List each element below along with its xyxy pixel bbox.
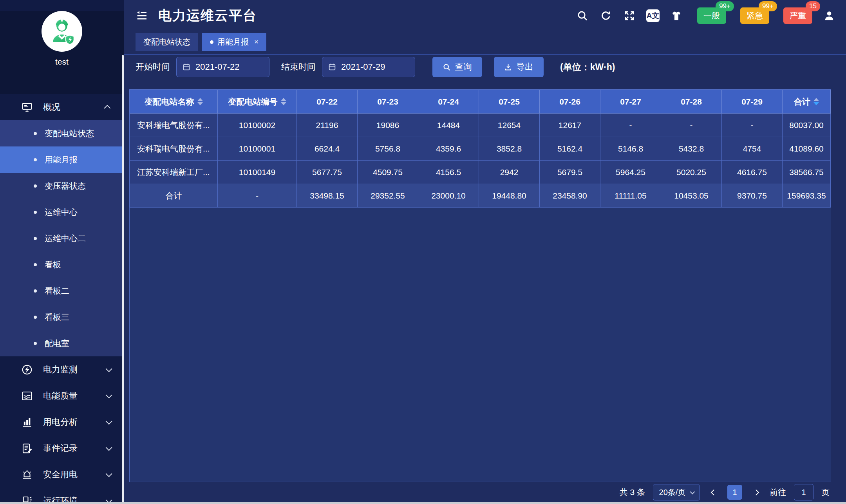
user-icon[interactable] [822, 9, 836, 22]
total-count-label: 共 3 条 [620, 487, 645, 498]
sidebar-item-transformer-status[interactable]: 变压器状态 [0, 173, 124, 199]
cell-d0722: 5677.75 [297, 161, 358, 184]
bullet-icon [34, 289, 37, 293]
sidebar-item-substation-status[interactable]: 变配电站状态 [0, 120, 124, 146]
event-icon [21, 443, 33, 454]
energy-report-table: 变配电站名称变配电站编号07-2207-2307-2407-2507-2607-… [130, 90, 831, 208]
sort-desc-icon[interactable] [813, 102, 819, 105]
tab-energy-monthly-report[interactable]: 用能月报 × [202, 33, 266, 51]
page-size-value: 20条/页 [659, 487, 686, 498]
bullet-icon [34, 132, 37, 135]
fullscreen-icon[interactable] [623, 9, 636, 22]
prev-page-button[interactable] [708, 484, 719, 500]
sidebar-item-label: 变压器状态 [45, 181, 86, 191]
chevron-down-icon [106, 418, 112, 425]
cell-d0726: 12617 [540, 114, 600, 137]
sidebar-item-usage-analysis[interactable]: 用电分析 [0, 409, 124, 435]
cell-d0724: 4359.6 [418, 137, 479, 161]
cell-d0723: 19086 [358, 114, 418, 137]
topbar-actions: A文 一般 99+ 紧急 99+ 严重 15 [576, 7, 836, 24]
goto-page-input[interactable] [794, 484, 813, 500]
sort-carets-icon[interactable] [281, 98, 286, 105]
cell-d0727: 5146.8 [600, 137, 661, 161]
sort-carets-icon[interactable] [197, 98, 203, 105]
column-header-d0728: 07-28 [661, 90, 722, 114]
column-label: 合计 [794, 96, 810, 107]
alert-urgent-button[interactable]: 紧急 99+ [740, 7, 769, 24]
chevron-down-icon [106, 392, 112, 398]
sort-desc-icon[interactable] [281, 102, 286, 105]
sort-asc-icon[interactable] [197, 98, 203, 101]
sort-carets-icon[interactable] [813, 98, 819, 105]
sidebar-item-label: 变配电站状态 [45, 128, 94, 139]
translate-icon[interactable]: A文 [646, 9, 660, 22]
summary-cell-d0726: 23458.90 [540, 184, 600, 208]
cell-d0729: 4754 [722, 137, 783, 161]
sidebar-item-board-2[interactable]: 看板二 [0, 278, 124, 304]
alert-critical-button[interactable]: 严重 15 [783, 7, 812, 24]
cell-d0729: - [722, 114, 783, 137]
calendar-icon [328, 63, 336, 71]
column-label: 07-28 [681, 97, 702, 107]
cell-total: 80037.00 [783, 114, 831, 137]
column-header-d0723: 07-23 [358, 90, 418, 114]
bullet-icon [34, 316, 37, 319]
sidebar-item-energy-monthly-report[interactable]: 用能月报 [0, 146, 124, 173]
export-button[interactable]: 导出 [494, 57, 544, 77]
sidebar-item-operating-env[interactable]: 运行环境 [0, 488, 124, 504]
avatar[interactable] [42, 11, 82, 52]
sidebar-item-board-3[interactable]: 看板三 [0, 304, 124, 330]
sidebar-item-board[interactable]: 看板 [0, 251, 124, 278]
cell-d0726: 5162.4 [540, 137, 600, 161]
sidebar-item-event-records[interactable]: 事件记录 [0, 435, 124, 461]
tab-substation-status[interactable]: 变配电站状态 [136, 33, 198, 51]
table-row[interactable]: 江苏安科瑞新工厂...101001495677.754509.754156.52… [130, 161, 831, 184]
column-header-station-code[interactable]: 变配电站编号 [218, 90, 297, 114]
query-button[interactable]: 查询 [432, 57, 482, 77]
tab-label: 用能月报 [217, 37, 249, 47]
sort-asc-icon[interactable] [813, 98, 819, 101]
theme-shirt-icon[interactable] [670, 9, 683, 22]
end-date-input[interactable]: 2021-07-29 [322, 57, 415, 77]
table-row[interactable]: 安科瑞电气股份有...101000016624.45756.84359.6385… [130, 137, 831, 161]
cell-station-name: 安科瑞电气股份有... [130, 137, 218, 161]
tab-bar: 变配电站状态 用能月报 × [136, 33, 266, 51]
summary-cell-d0727: 11111.05 [600, 184, 661, 208]
tab-label: 变配电站状态 [143, 37, 190, 47]
sidebar-item-ops-center-2[interactable]: 运维中心二 [0, 225, 124, 251]
cell-d0727: 5964.25 [600, 161, 661, 184]
sidebar-item-ops-center[interactable]: 运维中心 [0, 199, 124, 225]
horizontal-scrollbar[interactable] [0, 502, 846, 504]
column-header-total[interactable]: 合计 [783, 90, 831, 114]
start-date-input[interactable]: 2021-07-22 [176, 57, 269, 77]
chevron-down-icon [690, 489, 695, 494]
summary-cell-d0729: 9370.75 [722, 184, 783, 208]
sidebar-item-safe-power-use[interactable]: 安全用电 [0, 461, 124, 488]
alert-general-button[interactable]: 一般 99+ [697, 7, 726, 24]
sidebar-item-label: 看板二 [45, 285, 69, 296]
summary-cell-d0722: 33498.15 [297, 184, 358, 208]
pagination-bar: 共 3 条 20条/页 1 前往 页 [124, 483, 846, 502]
bullet-icon [34, 158, 37, 161]
goto-label: 前往 [770, 487, 786, 498]
sidebar-item-power-monitoring[interactable]: 电力监测 [0, 356, 124, 383]
search-icon[interactable] [576, 9, 589, 22]
sidebar-item-power-quality[interactable]: 电能质量 [0, 383, 124, 409]
page-number-button[interactable]: 1 [727, 485, 742, 500]
sidebar-item-overview[interactable]: 概况 [0, 94, 124, 120]
cell-d0722: 21196 [297, 114, 358, 137]
sidebar-item-power-room[interactable]: 配电室 [0, 330, 124, 356]
sort-desc-icon[interactable] [197, 102, 203, 105]
column-header-station-name[interactable]: 变配电站名称 [130, 90, 218, 114]
table-row[interactable]: 安科瑞电气股份有...10100002211961908614484126541… [130, 114, 831, 137]
tab-close-icon[interactable]: × [254, 38, 258, 46]
column-label: 07-23 [377, 97, 398, 107]
next-page-button[interactable] [750, 484, 762, 500]
search-icon [443, 63, 451, 71]
page-unit-label: 页 [821, 487, 830, 498]
sort-asc-icon[interactable] [281, 98, 286, 101]
sidebar-item-label: 电能质量 [43, 390, 106, 402]
page-size-select[interactable]: 20条/页 [653, 484, 700, 500]
collapse-sidebar-icon[interactable] [136, 9, 150, 23]
refresh-icon[interactable] [599, 9, 613, 22]
